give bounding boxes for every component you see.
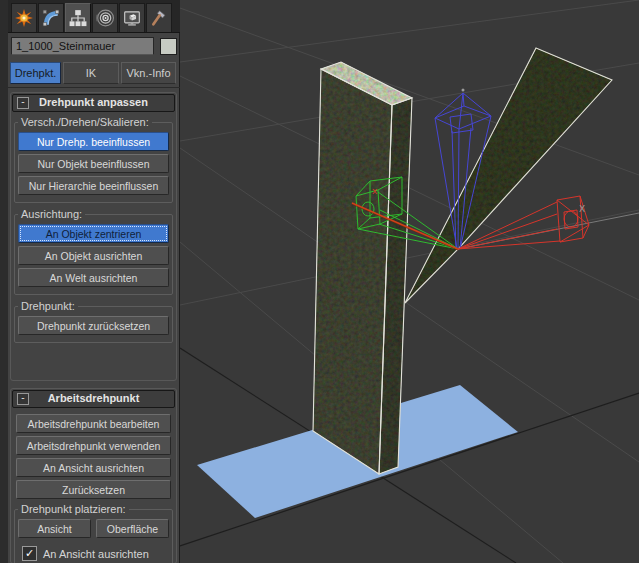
place-view-button[interactable]: Ansicht — [18, 519, 91, 538]
group-legend: Drehpunkt platzieren: — [18, 503, 129, 515]
rollout-working-pivot-header[interactable]: - Arbeitsdrehpunkt — [12, 390, 175, 408]
x-axis-label: X — [579, 204, 585, 214]
group-move-rotate-scale: Versch./Drehen/Skalieren: Nur Drehp. bee… — [14, 116, 173, 203]
center-to-object-button[interactable]: An Objekt zentrieren — [18, 224, 169, 243]
motion-icon — [96, 9, 114, 27]
align-to-view-button[interactable]: An Ansicht ausrichten — [16, 458, 171, 477]
perspective-viewport[interactable]: x X — [180, 0, 639, 563]
place-surface-button[interactable]: Oberfläche — [96, 519, 169, 538]
sunburst-icon — [15, 9, 33, 27]
bend-icon — [42, 9, 60, 27]
command-panel-tabbar — [8, 0, 180, 33]
display-icon — [123, 9, 141, 27]
group-legend: Versch./Drehen/Skalieren: — [18, 116, 152, 128]
object-color-swatch[interactable] — [160, 38, 177, 55]
group-legend: Drehpunkt: — [18, 300, 78, 312]
viewport-canvas: x X — [180, 0, 639, 563]
group-alignment: Ausrichtung: An Objekt zentrieren An Obj… — [14, 208, 173, 295]
collapse-minus-icon[interactable]: - — [17, 393, 29, 405]
group-place-pivot: Drehpunkt platzieren: Ansicht Oberfläche… — [14, 503, 173, 563]
group-pivot: Drehpunkt: Drehpunkt zurücksetzen — [14, 300, 173, 343]
affect-object-only-button[interactable]: Nur Objekt beeinflussen — [18, 154, 169, 173]
z-axis-tip-dot — [462, 89, 465, 92]
affect-hierarchy-only-button[interactable]: Nur Hierarchie beeinflussen — [18, 176, 169, 195]
use-working-pivot-button[interactable]: Arbeitsdrehpunkt verwenden — [16, 436, 171, 455]
align-to-world-button[interactable]: An Welt ausrichten — [18, 268, 169, 287]
tab-display[interactable] — [119, 3, 145, 32]
subtab-pivot[interactable]: Drehpkt. — [10, 62, 61, 84]
collapse-minus-icon[interactable]: - — [17, 97, 29, 109]
affect-pivot-only-button[interactable]: Nur Drehp. beeinflussen — [18, 132, 169, 151]
stone-wall-object[interactable] — [313, 62, 412, 474]
adjacent-panel-edge — [0, 0, 8, 563]
tab-modify[interactable] — [38, 3, 64, 32]
tab-hierarchy[interactable] — [65, 3, 91, 32]
subtab-ik[interactable]: IK — [63, 62, 119, 84]
x-axis-small-marker: x — [372, 186, 378, 196]
edit-working-pivot-button[interactable]: Arbeitsdrehpunkt bearbeiten — [16, 414, 171, 433]
hammer-icon — [150, 9, 168, 27]
tab-utilities[interactable] — [146, 3, 172, 32]
hierarchy-subtabs: Drehpkt. IK Vkn.-Info — [10, 62, 178, 84]
rollout-title: Arbeitsdrehpunkt — [48, 392, 140, 404]
rollout-adjust-pivot-header[interactable]: - Drehpunkt anpassen — [12, 94, 175, 112]
align-to-view-checkbox-row: ✓ An Ansicht ausrichten — [22, 546, 165, 561]
checkbox-label: An Ansicht ausrichten — [43, 548, 149, 560]
angled-plank-object[interactable] — [405, 48, 612, 303]
command-panel: Drehpkt. IK Vkn.-Info - Drehpunkt anpass… — [8, 0, 180, 563]
rollout-working-pivot: - Arbeitsdrehpunkt Arbeitsdrehpunkt bear… — [10, 388, 177, 563]
object-name-field[interactable] — [11, 37, 154, 55]
subtab-link-info[interactable]: Vkn.-Info — [121, 62, 176, 84]
tab-motion[interactable] — [92, 3, 118, 32]
group-legend: Ausrichtung: — [18, 208, 85, 220]
divider — [8, 87, 180, 88]
align-to-object-button[interactable]: An Objekt ausrichten — [18, 246, 169, 265]
reset-working-pivot-button[interactable]: Zurücksetzen — [16, 480, 171, 499]
tree-icon — [69, 9, 87, 27]
rollout-adjust-pivot: - Drehpunkt anpassen Versch./Drehen/Skal… — [10, 92, 177, 381]
rollout-title: Drehpunkt anpassen — [39, 96, 148, 108]
tab-create[interactable] — [11, 3, 37, 32]
reset-pivot-button[interactable]: Drehpunkt zurücksetzen — [18, 316, 169, 335]
align-to-view-checkbox[interactable]: ✓ — [22, 546, 37, 561]
